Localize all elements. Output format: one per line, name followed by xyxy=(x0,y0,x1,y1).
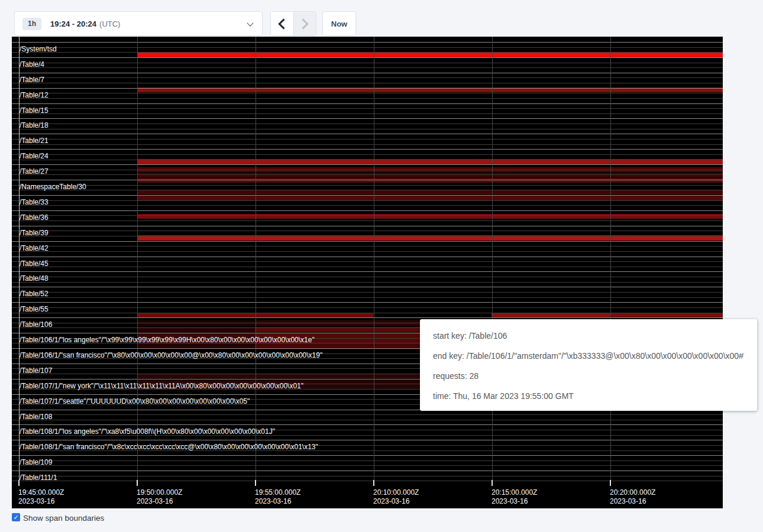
row-key-label: /Table/107/1/"seattle"/"UUUUUUD\x00\x80\… xyxy=(20,398,250,405)
axis-time-label: 20:10:00.000Z xyxy=(373,488,419,497)
span-subline xyxy=(12,251,723,252)
show-span-boundaries-checkbox[interactable]: ✓ xyxy=(12,513,20,521)
now-button[interactable]: Now xyxy=(322,11,356,36)
span-subline xyxy=(12,292,723,293)
next-range-button[interactable] xyxy=(294,12,316,35)
span-subline xyxy=(12,108,723,109)
span-subline xyxy=(12,174,723,175)
span-boundary-line xyxy=(12,195,723,196)
span-subline xyxy=(12,190,723,190)
span-subline xyxy=(12,170,723,170)
span-tooltip: start key: /Table/106end key: /Table/106… xyxy=(420,319,757,411)
row-key-label: /Table/55 xyxy=(20,306,49,313)
span-subline xyxy=(12,476,723,476)
span-subline xyxy=(12,160,723,160)
span-subline xyxy=(12,98,723,99)
row-key-label: /Table/4 xyxy=(20,61,44,68)
span-boundary-line xyxy=(12,57,723,58)
span-subline xyxy=(12,47,723,48)
span-boundary-line xyxy=(12,317,723,318)
chevron-down-icon xyxy=(247,20,253,26)
span-boundary-line xyxy=(12,455,723,456)
tooltip-line: start key: /Table/106 xyxy=(433,330,744,342)
key-visualizer-chart: /System/tsd/Table/4/Table/7/Table/12/Tab… xyxy=(12,37,723,508)
row-key-label: /Table/108/1/"los angeles"/"\xa8\xf5\u00… xyxy=(20,428,275,435)
span-subline xyxy=(12,67,723,68)
span-boundary-line xyxy=(12,42,723,43)
span-subline xyxy=(12,129,723,129)
row-key-label: /System/tsd xyxy=(20,46,57,53)
axis-tick xyxy=(255,480,256,486)
row-key-label: /Table/45 xyxy=(20,260,49,267)
row-key-label: /Table/7 xyxy=(20,76,44,83)
span-boundary-line xyxy=(12,88,723,89)
heatmap-plot[interactable]: /System/tsd/Table/4/Table/7/Table/12/Tab… xyxy=(12,37,723,486)
axis-tick xyxy=(610,480,611,486)
tooltip-line: end key: /Table/106/1/"amsterdam"/"\xb33… xyxy=(433,350,744,362)
span-boundary-line xyxy=(12,118,723,119)
span-subline xyxy=(12,124,723,124)
span-subline xyxy=(12,220,723,221)
span-subline xyxy=(12,93,723,93)
axis-tick xyxy=(373,480,374,486)
span-boundary-line xyxy=(12,440,723,440)
show-span-boundaries-label[interactable]: Show span boundaries xyxy=(23,514,104,523)
heatmap-band xyxy=(137,52,723,57)
time-range-text: 19:24 - 20:24(UTC) xyxy=(50,20,120,28)
span-subline xyxy=(12,297,723,298)
span-subline xyxy=(12,144,723,145)
span-subline xyxy=(12,236,723,236)
row-key-label: /Table/15 xyxy=(20,107,49,114)
span-subline xyxy=(12,200,723,201)
time-gridline xyxy=(492,37,493,486)
checkmark-icon: ✓ xyxy=(13,514,18,521)
span-boundary-line xyxy=(12,180,723,180)
time-range-selector[interactable]: 1h 19:24 - 20:24(UTC) xyxy=(14,11,263,36)
row-key-label: /Table/18 xyxy=(20,122,49,129)
previous-range-button[interactable] xyxy=(271,12,294,35)
time-zone-label: (UTC) xyxy=(99,20,120,28)
row-key-label: /Table/52 xyxy=(20,290,49,297)
span-boundary-line xyxy=(12,134,723,134)
span-subline xyxy=(12,460,723,461)
span-subline xyxy=(12,313,723,313)
row-key-label: /Table/33 xyxy=(20,199,49,206)
row-key-label: /Table/109 xyxy=(20,459,52,466)
span-boundary-line xyxy=(12,287,723,287)
chevron-left-icon xyxy=(278,18,289,29)
span-subline xyxy=(12,63,723,63)
span-subline xyxy=(12,465,723,466)
row-key-label: /Table/107/1/"new york"/"\x11\x11\x11\x1… xyxy=(20,382,303,390)
tooltip-line: requests: 28 xyxy=(433,370,744,382)
axis-time-label: 19:50:00.000Z xyxy=(137,488,182,497)
span-boundary-line xyxy=(12,103,723,104)
axis-date-label: 2023-03-16 xyxy=(255,497,291,505)
span-subline xyxy=(12,231,723,231)
span-subline xyxy=(12,277,723,277)
heatmap-band xyxy=(137,214,723,219)
axis-date-label: 2023-03-16 xyxy=(18,497,54,505)
span-subline xyxy=(12,185,723,186)
axis-date-label: 2023-03-16 xyxy=(373,497,409,505)
chevron-right-icon xyxy=(298,18,309,29)
row-key-label: /Table/21 xyxy=(20,137,49,144)
row-key-label: /Table/27 xyxy=(20,168,49,175)
row-key-label: /NamespaceTable/30 xyxy=(20,183,86,190)
row-key-label: /Table/108 xyxy=(20,413,52,420)
span-subline xyxy=(12,282,723,283)
span-boundary-line xyxy=(12,73,723,73)
span-subline xyxy=(12,414,723,415)
row-key-label: /Table/36 xyxy=(20,214,49,221)
tooltip-line: time: Thu, 16 Mar 2023 19:55:00 GMT xyxy=(433,390,744,403)
time-preset-badge: 1h xyxy=(22,18,41,30)
span-boundary-line xyxy=(12,424,723,425)
row-key-label: /Table/106/1/"san francisco"/"\x80\x00\x… xyxy=(20,352,322,359)
span-subline xyxy=(12,215,723,216)
span-subline xyxy=(12,83,723,83)
span-boundary-line xyxy=(12,164,723,165)
row-key-label: /Table/106/1/"los angeles"/"\x99\x99\x99… xyxy=(20,336,315,343)
axis-time-label: 19:45:00.000Z xyxy=(18,488,64,497)
span-boundary-line xyxy=(12,226,723,226)
time-nav-group xyxy=(270,11,316,36)
span-subline xyxy=(12,52,723,53)
